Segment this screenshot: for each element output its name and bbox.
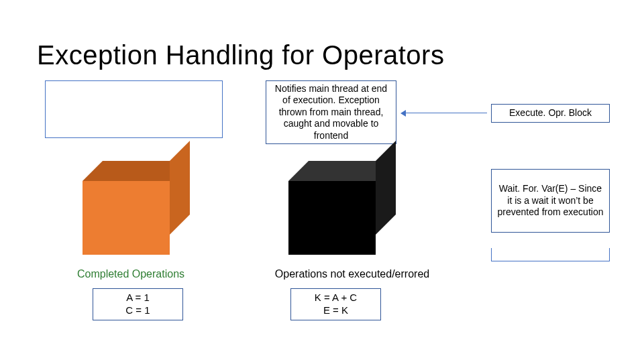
- code-line: K = A + C: [315, 292, 357, 304]
- empty-box-top-left: [45, 80, 223, 138]
- black-cube: [288, 161, 396, 255]
- completed-label: Completed Operations: [64, 268, 198, 280]
- code-lines: A = 1 C = 1: [125, 292, 150, 317]
- cube-face: [376, 141, 396, 235]
- cube-face: [288, 181, 376, 255]
- slide-title: Exception Handling for Operators: [37, 40, 444, 70]
- execute-box: Execute. Opr. Block: [491, 104, 610, 123]
- slide: Exception Handling for Operators Notifie…: [0, 0, 644, 362]
- waitfor-connector: [491, 248, 610, 261]
- code-lines: K = A + C E = K: [315, 292, 357, 317]
- code-line: C = 1: [125, 304, 150, 317]
- code-line: E = K: [315, 304, 357, 317]
- completed-code-box: A = 1 C = 1: [93, 288, 183, 320]
- notifies-box: Notifies main thread at end of execution…: [266, 80, 396, 144]
- cube-face: [170, 141, 190, 235]
- orange-cube: [83, 161, 190, 255]
- code-line: A = 1: [125, 292, 150, 304]
- cube-face: [83, 181, 170, 255]
- not-executed-label: Operations not executed/errored: [255, 268, 449, 280]
- arrow-execute-to-notifies: [402, 113, 487, 113]
- waitfor-box: Wait. For. Var(E) – Since it is a wait i…: [491, 169, 610, 233]
- not-executed-code-box: K = A + C E = K: [290, 288, 381, 320]
